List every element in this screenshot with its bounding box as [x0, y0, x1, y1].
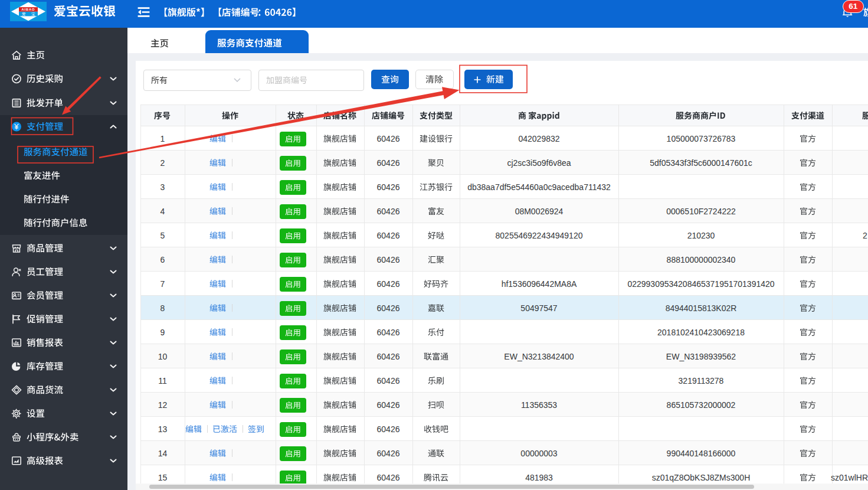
svg-text:AIBAO: AIBAO: [22, 8, 35, 11]
